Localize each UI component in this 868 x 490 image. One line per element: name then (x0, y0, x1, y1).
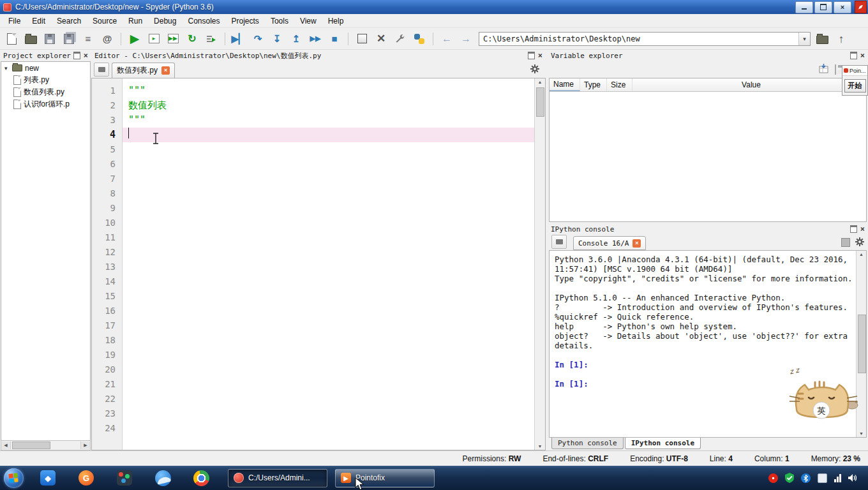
recorder-tray-icon[interactable] (768, 473, 778, 483)
minimize-button[interactable] (795, 1, 813, 13)
save-button[interactable] (42, 31, 57, 47)
menu-item[interactable]: Source (87, 15, 123, 27)
quicklaunch-chrome[interactable] (193, 470, 209, 486)
undock-icon[interactable] (850, 225, 857, 233)
pointofix-start-button[interactable]: 开始 (844, 79, 866, 93)
run-selection-button[interactable] (204, 31, 219, 47)
import-data-button[interactable] (819, 64, 828, 75)
quicklaunch-blue-app[interactable]: ◆ (40, 470, 56, 486)
new-file-button[interactable] (4, 31, 19, 47)
column-header-type[interactable]: Type (580, 78, 607, 91)
debug-file-button[interactable]: ▶▏ (231, 31, 246, 47)
menu-item[interactable]: File (3, 15, 26, 27)
close-button[interactable]: × (834, 1, 851, 13)
stop-debug-button[interactable]: ■ (327, 31, 342, 47)
close-icon[interactable]: × (860, 52, 865, 59)
step-over-button[interactable]: ↷ (250, 31, 266, 47)
save-all-button[interactable] (61, 31, 77, 47)
step-into-button[interactable]: ↧ (269, 31, 285, 47)
start-button[interactable] (4, 468, 24, 488)
close-icon[interactable]: × (538, 52, 542, 59)
scroll-left-icon[interactable]: ◀ (1, 442, 11, 449)
project-horizontal-scrollbar[interactable]: ◀ ▶ (1, 440, 91, 450)
column-header-value[interactable]: Value (632, 78, 866, 91)
console-vertical-scrollbar[interactable]: ▲ ▼ (856, 251, 866, 437)
editor-content[interactable]: 123456789101112131415161718192021222324 … (91, 78, 546, 450)
antivirus-shield-icon[interactable] (785, 473, 794, 483)
code-area[interactable]: """数值列表""" (123, 78, 534, 450)
back-button[interactable]: ← (439, 31, 454, 47)
bluetooth-icon[interactable] (801, 473, 811, 483)
maximize-pane-button[interactable] (354, 31, 370, 47)
maximize-button[interactable] (814, 1, 832, 13)
editor-options-button[interactable] (530, 64, 539, 75)
console-options-button[interactable] (855, 237, 864, 248)
create-cell-button[interactable]: ≡ (80, 31, 96, 47)
menu-item[interactable]: Projects (226, 15, 265, 27)
interrupt-kernel-icon[interactable] (841, 238, 850, 247)
menu-item[interactable]: Help (322, 15, 350, 27)
close-icon[interactable]: × (860, 225, 865, 233)
project-root-row[interactable]: ▾ new (1, 62, 90, 74)
run-cell-advance-button[interactable]: ▶▶ (165, 31, 181, 47)
volume-icon[interactable] (848, 473, 858, 482)
network-icon[interactable] (834, 474, 841, 482)
menu-item[interactable]: Consoles (182, 15, 225, 27)
menu-item[interactable]: Debug (148, 15, 182, 27)
taskbar-button-pointofix[interactable]: ▶ Pointofix (335, 469, 435, 487)
parent-directory-button[interactable]: ↑ (834, 31, 849, 47)
pointofix-indicator[interactable] (855, 1, 867, 13)
close-pane-button[interactable]: ✕ (373, 31, 389, 47)
undock-icon[interactable] (73, 52, 80, 59)
rerun-cell-button[interactable]: ↻ (184, 31, 200, 47)
save-data-button[interactable] (835, 65, 836, 74)
tab-close-button[interactable]: × (161, 66, 170, 75)
tab-close-button[interactable]: × (632, 239, 641, 248)
project-file-row[interactable]: 认识for循环.p (1, 98, 90, 110)
console-switch-tab[interactable]: Python console (551, 438, 624, 449)
console-output[interactable]: Python 3.6.0 |Anaconda 4.3.1 (64-bit)| (… (549, 250, 867, 438)
project-file-row[interactable]: 列表.py (1, 74, 90, 86)
forward-button[interactable]: → (458, 31, 474, 47)
close-icon[interactable]: × (84, 52, 88, 59)
browse-tabs-button[interactable] (551, 235, 567, 249)
scrollbar-thumb[interactable] (536, 87, 544, 117)
scrollbar-thumb[interactable] (12, 442, 50, 449)
editor-vertical-scrollbar[interactable]: ▲ ▼ (534, 78, 545, 450)
find-symbols-button[interactable]: @ (100, 31, 115, 47)
run-file-button[interactable]: ▶ (127, 31, 142, 47)
preferences-button[interactable] (393, 31, 408, 47)
column-header-name[interactable]: Name (550, 78, 580, 91)
scroll-up-icon[interactable]: ▲ (857, 252, 866, 256)
combo-dropdown-button[interactable]: ▾ (798, 33, 810, 45)
ime-tray-icon[interactable] (818, 473, 827, 483)
step-out-button[interactable]: ↥ (288, 31, 304, 47)
pythonpath-button[interactable] (412, 31, 427, 47)
column-header-size[interactable]: Size (607, 78, 632, 91)
working-directory-combo[interactable]: C:\Users\Administrator\Desktop\new ▾ (479, 32, 811, 46)
scrollbar-thumb[interactable] (858, 315, 866, 373)
project-file-row[interactable]: 数值列表.py (1, 86, 90, 98)
browse-directory-button[interactable] (814, 31, 830, 47)
console-switch-tab[interactable]: IPython console (625, 438, 701, 449)
quicklaunch-g-app[interactable]: G (78, 470, 94, 486)
scroll-down-icon[interactable]: ▼ (535, 444, 545, 449)
menu-item[interactable]: Run (123, 15, 148, 27)
taskbar-button-spyder[interactable]: C:/Users/Admini... (228, 469, 327, 487)
menu-item[interactable]: Tools (265, 15, 294, 27)
menu-item[interactable]: Search (51, 15, 87, 27)
quicklaunch-media-app[interactable] (116, 470, 133, 486)
scroll-up-icon[interactable]: ▲ (535, 80, 545, 84)
menu-item[interactable]: Edit (26, 15, 51, 27)
console-tab[interactable]: Console 16/A × (573, 236, 646, 250)
run-cell-button[interactable]: ▸ (146, 31, 161, 47)
quicklaunch-browser[interactable] (154, 470, 171, 486)
undock-icon[interactable] (528, 52, 535, 59)
tree-collapse-icon[interactable]: ▾ (4, 65, 10, 71)
browse-tabs-button[interactable] (94, 63, 109, 77)
variable-table[interactable]: Name Type Size Value (549, 78, 867, 222)
scroll-right-icon[interactable]: ▶ (80, 442, 90, 449)
undock-icon[interactable] (850, 52, 857, 59)
menu-item[interactable]: View (294, 15, 322, 27)
continue-button[interactable]: ▶▶ (308, 31, 323, 47)
